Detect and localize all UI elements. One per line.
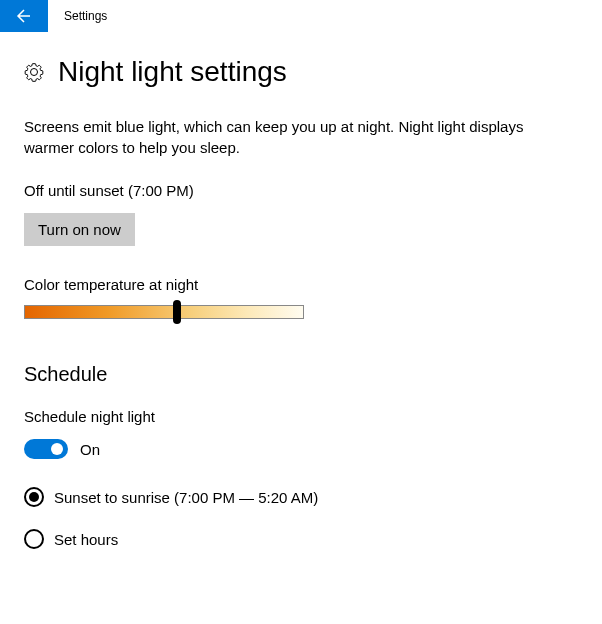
header: Settings xyxy=(0,0,602,32)
content: Night light settings Screens emit blue l… xyxy=(0,32,602,549)
toggle-knob xyxy=(51,443,63,455)
page-title-row: Night light settings xyxy=(24,56,578,88)
back-button[interactable] xyxy=(0,0,48,32)
schedule-toggle-label: Schedule night light xyxy=(24,408,578,425)
radio-icon xyxy=(24,529,44,549)
radio-icon xyxy=(24,487,44,507)
radio-label: Sunset to sunrise (7:00 PM — 5:20 AM) xyxy=(54,489,318,506)
description: Screens emit blue light, which can keep … xyxy=(24,116,544,158)
page-title: Night light settings xyxy=(58,56,287,88)
radio-label: Set hours xyxy=(54,531,118,548)
schedule-toggle[interactable] xyxy=(24,439,68,459)
back-arrow-icon xyxy=(16,8,32,24)
toggle-state: On xyxy=(80,441,100,458)
turn-on-now-button[interactable]: Turn on now xyxy=(24,213,135,246)
schedule-toggle-row: On xyxy=(24,439,578,459)
header-title: Settings xyxy=(48,9,107,23)
status-text: Off until sunset (7:00 PM) xyxy=(24,182,578,199)
radio-sunset-to-sunrise[interactable]: Sunset to sunrise (7:00 PM — 5:20 AM) xyxy=(24,487,578,507)
radio-set-hours[interactable]: Set hours xyxy=(24,529,578,549)
schedule-heading: Schedule xyxy=(24,363,578,386)
color-temperature-slider[interactable] xyxy=(24,305,304,319)
slider-thumb[interactable] xyxy=(173,300,181,324)
color-temperature-section: Color temperature at night xyxy=(24,276,578,319)
gear-icon xyxy=(24,62,44,86)
color-temperature-label: Color temperature at night xyxy=(24,276,578,293)
